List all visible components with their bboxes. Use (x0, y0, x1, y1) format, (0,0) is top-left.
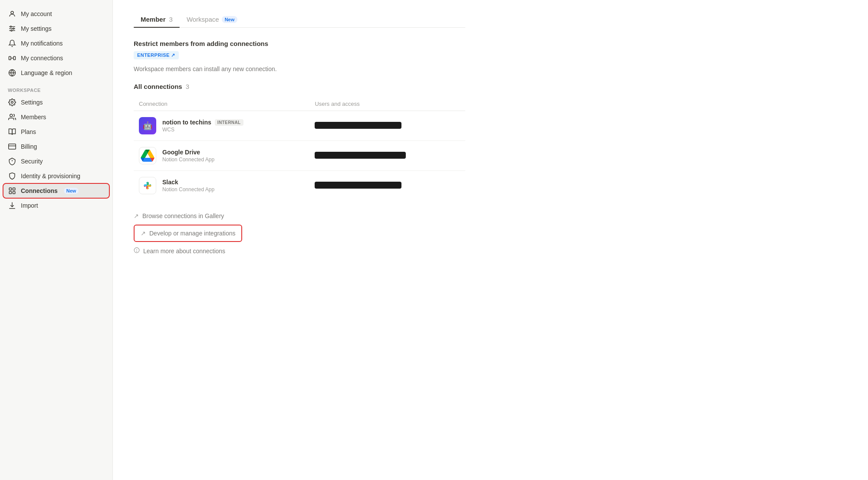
svg-point-0 (11, 11, 13, 14)
import-nav-label: Import (21, 202, 38, 209)
sidebar-item-language-region[interactable]: Language & region (3, 66, 109, 80)
col-connection: Connection (134, 97, 309, 111)
table-row: Slack Notion Connected App (134, 171, 465, 201)
main-content: Member 3 Workspace New Restrict members … (113, 0, 868, 480)
internal-badge: INTERNAL (215, 119, 243, 126)
workspace-section-label: Workspace (3, 81, 109, 95)
svg-point-5 (13, 28, 14, 29)
avatar-notion: 🤖 (139, 117, 156, 134)
sidebar-item-members[interactable]: Members (3, 110, 109, 124)
sidebar-item-my-notifications[interactable]: My notifications (3, 36, 109, 50)
sidebar-item-settings[interactable]: Settings (3, 95, 109, 109)
develop-manage-link[interactable]: ↗ Develop or manage integrations (134, 225, 242, 242)
connection-sub-slack: Notion Connected App (162, 186, 214, 193)
connection-cell-gdrive: Google Drive Notion Connected App (134, 141, 309, 171)
settings-nav-label: Settings (21, 99, 43, 106)
connection-cell-slack-inner: Slack Notion Connected App (139, 177, 304, 194)
security-icon (8, 157, 16, 166)
globe-icon (8, 69, 16, 77)
sidebar-item-my-account[interactable]: My account (3, 7, 109, 21)
billing-icon (8, 142, 16, 151)
import-icon (8, 201, 16, 210)
tab-workspace-label: Workspace (187, 16, 219, 23)
language-region-label: Language & region (21, 69, 72, 76)
svg-rect-14 (9, 144, 16, 149)
connection-sub-notion: WCS (162, 127, 243, 133)
access-cell-notion (309, 111, 465, 141)
svg-point-4 (10, 26, 12, 27)
members-icon (8, 113, 16, 121)
sidebar-item-my-settings[interactable]: My settings (3, 22, 109, 36)
sidebar-item-plans[interactable]: Plans (3, 125, 109, 139)
restrict-section-title: Restrict members from adding connections (134, 40, 465, 47)
connections-grid-icon (8, 186, 16, 195)
connection-cell-slack: Slack Notion Connected App (134, 171, 309, 201)
svg-rect-19 (13, 188, 15, 190)
svg-rect-8 (13, 56, 16, 60)
tabs-container: Member 3 Workspace New (134, 12, 465, 28)
redacted-value-slack (315, 182, 401, 189)
connection-sub-gdrive: Notion Connected App (162, 157, 214, 163)
tab-member-count: 3 (169, 16, 173, 23)
col-access: Users and access (309, 97, 465, 111)
develop-manage-label: Develop or manage integrations (149, 230, 235, 237)
identity-icon (8, 172, 16, 180)
svg-rect-7 (9, 56, 11, 60)
footer-links: ↗ Browse connections in Gallery ↗ Develo… (134, 211, 465, 256)
browse-gallery-link[interactable]: ↗ Browse connections in Gallery (134, 211, 465, 221)
connection-name-slack: Slack (162, 179, 214, 186)
security-nav-label: Security (21, 158, 43, 165)
connection-info-notion: notion to techins INTERNAL WCS (162, 119, 243, 133)
connections-icon (8, 54, 16, 62)
develop-manage-icon: ↗ (141, 230, 146, 237)
sidebar-item-security[interactable]: Security (3, 154, 109, 168)
redacted-value-gdrive (315, 152, 406, 159)
svg-rect-21 (13, 192, 15, 194)
sidebar: My account My settings My notifications (0, 0, 113, 480)
connection-cell-notion: 🤖 notion to techins INTERNAL WCS (134, 111, 309, 141)
access-cell-slack (309, 171, 465, 201)
enterprise-badge[interactable]: ENTERPRISE ↗ (134, 51, 179, 59)
connection-name-gdrive: Google Drive (162, 149, 214, 156)
all-connections-title: All connections (134, 83, 182, 90)
sidebar-item-connections[interactable]: Connections New (3, 184, 109, 198)
learn-more-icon (134, 247, 140, 255)
learn-more-link[interactable]: Learn more about connections (134, 245, 465, 256)
connection-cell-inner: 🤖 notion to techins INTERNAL WCS (139, 117, 304, 134)
svg-point-12 (11, 101, 13, 104)
tab-member[interactable]: Member 3 (134, 12, 180, 27)
connections-new-badge: New (64, 188, 79, 194)
learn-more-label: Learn more about connections (143, 248, 225, 255)
sidebar-item-my-connections[interactable]: My connections (3, 51, 109, 65)
connection-info-gdrive: Google Drive Notion Connected App (162, 149, 214, 163)
svg-point-13 (10, 114, 13, 117)
identity-nav-label: Identity & provisioning (21, 173, 80, 180)
sidebar-item-identity-provisioning[interactable]: Identity & provisioning (3, 169, 109, 183)
members-nav-label: Members (21, 114, 46, 121)
gear-icon (8, 98, 16, 107)
connections-nav-label: Connections (21, 187, 58, 194)
plans-icon (8, 127, 16, 136)
slack-svg (141, 179, 154, 192)
workspace-new-badge: New (222, 16, 238, 23)
tab-workspace[interactable]: Workspace New (180, 12, 244, 27)
table-row: Google Drive Notion Connected App (134, 141, 465, 171)
gdrive-svg (141, 150, 155, 162)
tab-member-label: Member (141, 16, 166, 23)
sidebar-item-import[interactable]: Import (3, 199, 109, 212)
svg-point-6 (11, 30, 12, 31)
content-area: Member 3 Workspace New Restrict members … (113, 0, 486, 268)
my-connections-label: My connections (21, 55, 63, 62)
sidebar-item-billing[interactable]: Billing (3, 140, 109, 153)
account-icon (8, 10, 16, 18)
svg-rect-20 (9, 192, 11, 194)
all-connections-count: 3 (186, 83, 189, 90)
access-cell-gdrive (309, 141, 465, 171)
svg-rect-18 (9, 188, 11, 190)
connections-table: Connection Users and access 🤖 (134, 97, 465, 200)
all-connections-header: All connections 3 (134, 83, 465, 90)
redacted-value-notion (315, 122, 401, 129)
connection-name-notion: notion to techins INTERNAL (162, 119, 243, 126)
browse-gallery-label: Browse connections in Gallery (142, 212, 224, 219)
avatar-gdrive (139, 147, 156, 164)
